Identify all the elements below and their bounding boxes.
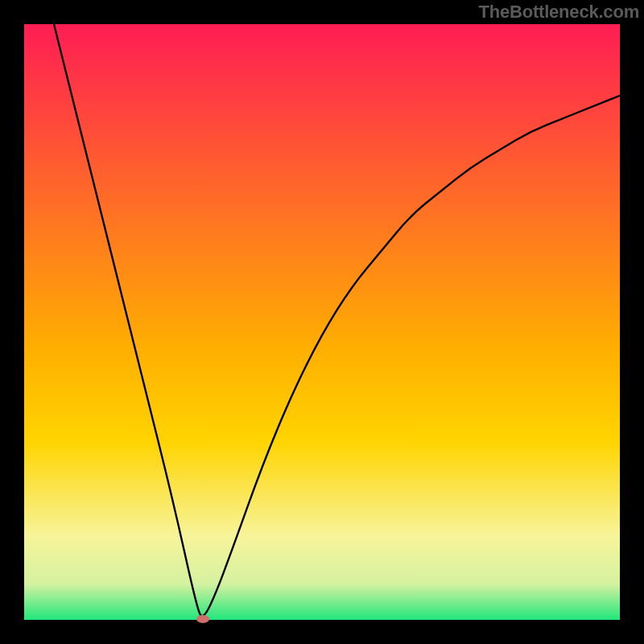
minimum-marker <box>196 615 209 623</box>
chart-container: { "attribution": "TheBottleneck.com", "c… <box>0 0 644 644</box>
gradient-plot <box>0 0 644 644</box>
plot-background <box>24 24 620 620</box>
attribution-label: TheBottleneck.com <box>478 2 639 23</box>
